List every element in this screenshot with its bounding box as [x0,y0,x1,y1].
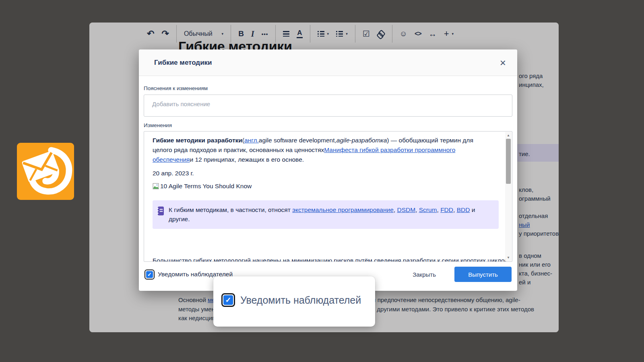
cancel-button[interactable]: Закрыть [405,268,444,281]
scrollbar-up-icon[interactable]: ▲ [505,134,512,137]
text-run: и 12 принципах, лежащих в его основе. [190,156,304,163]
text-run: agile software development, [259,137,336,144]
inline-link[interactable]: англ. [244,137,259,144]
changes-preview: Гибкие методики разработки(англ.agile so… [144,131,512,262]
publish-dialog: Гибкие методики × Пояснения к изменениям… [139,49,517,291]
text-run: , [437,206,441,213]
inline-link[interactable]: экстремальное программирование [292,206,394,213]
clipped-paragraph: Большинство гибких методологий нацелены … [153,257,507,261]
scrollbar-down-icon[interactable]: ▼ [505,256,512,259]
text-run: Гибкие методики разработки [153,137,242,144]
inline-link[interactable]: Scrum [419,206,437,213]
dialog-title: Гибкие методики [154,59,212,67]
changes-label: Изменения [144,117,512,128]
magnified-notify-label: Уведомить наблюдателей [240,294,361,306]
dialog-header: Гибкие методики × [139,49,517,76]
close-icon[interactable]: × [500,58,506,68]
mail-app-icon[interactable] [17,143,74,200]
inline-link[interactable]: DSDM [397,206,415,213]
changes-date: 20 апр. 2023 г. [153,169,493,178]
inline-link[interactable]: FDD [440,206,453,213]
note-panel: К гибким методикам, в частности, относят… [153,200,499,229]
text-run: agile-разработка [336,137,387,144]
comment-label: Пояснения к изменениям [144,76,512,91]
inline-link[interactable]: BDD [457,206,470,213]
changes-paragraph: Гибкие методики разработки(англ.agile so… [153,136,493,165]
comment-input[interactable] [144,95,512,117]
text-run: К гибким методикам, в частности, относят [169,206,292,213]
broken-image-icon [153,183,159,190]
checkbox-check-icon: ✓ [146,271,153,278]
note-panel-text: К гибким методикам, в частности, относят… [169,205,491,224]
scrollbar-thumb[interactable] [506,139,511,184]
text-run: , [415,206,419,213]
image-alt-text: 10 Agile Terms You Should Know [160,181,252,191]
changes-scrollbar[interactable]: ▲ ▼ [505,132,512,261]
mail-swoosh-icon [17,143,74,200]
magnified-check-icon: ✓ [223,295,233,305]
magnified-notify-checkbox[interactable]: ✓ [221,293,235,307]
publish-button[interactable]: Выпустить [454,267,512,282]
note-icon [157,206,165,216]
notify-watchers-checkbox[interactable]: ✓ [144,269,155,280]
text-run: , [453,206,457,213]
magnifier-overlay: ✓ Уведомить наблюдателей [213,276,375,327]
